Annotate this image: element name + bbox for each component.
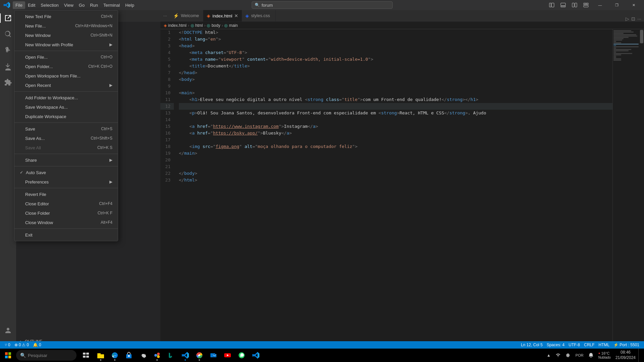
menu-new-text-file[interactable]: New Text File Ctrl+N — [14, 12, 118, 21]
menu-duplicate-workspace[interactable]: Duplicate Workspace — [14, 112, 118, 121]
taskbar-chrome[interactable] — [193, 349, 206, 362]
menu-preferences[interactable]: Preferences ▶ — [14, 177, 118, 187]
code-line-5: <meta name="viewport" content="width=dev… — [179, 56, 612, 63]
taskbar-browser[interactable] — [150, 349, 164, 362]
menu-view[interactable]: View — [61, 1, 76, 9]
taskbar-bing[interactable] — [164, 349, 178, 362]
menu-shortcut: Ctrl+Alt+Windows+N — [75, 23, 112, 28]
tab-close-button[interactable]: ✕ — [234, 13, 238, 18]
tab-overflow-button[interactable]: ··· — [160, 10, 170, 21]
taskbar-store[interactable] — [122, 349, 136, 362]
window-controls: — ❐ ✕ — [547, 0, 641, 10]
date-display: 21/09/2024 — [615, 355, 636, 361]
split-editor-icon[interactable]: ⊡ — [631, 16, 635, 21]
menu-save[interactable]: Save Ctrl+S — [14, 124, 118, 134]
taskbar-show-desktop[interactable] — [638, 349, 640, 362]
taskbar-network-icon[interactable] — [553, 349, 563, 362]
menu-help[interactable]: Help — [122, 1, 137, 9]
menu-save-all[interactable]: Save All Ctrl+K S — [14, 143, 118, 152]
activity-source-control[interactable] — [0, 42, 16, 58]
taskbar-language-indicator[interactable]: POR — [574, 349, 586, 362]
menu-close-editor[interactable]: Close Editor Ctrl+F4 — [14, 199, 118, 208]
task-view-button[interactable] — [79, 349, 93, 362]
more-actions-icon[interactable]: ··· — [637, 16, 641, 21]
code-line-21 — [179, 163, 612, 170]
taskbar-search[interactable]: 🔍 Pesquisar — [16, 350, 77, 361]
taskbar-volume-icon[interactable] — [563, 349, 573, 362]
breadcrumb-html[interactable]: html — [195, 23, 203, 28]
taskbar-clock[interactable]: 08:46 21/09/2024 — [613, 350, 638, 360]
menu-selection[interactable]: Selection — [38, 1, 61, 9]
menu-open-workspace[interactable]: Open Workspace from File... — [14, 71, 118, 81]
svg-rect-5 — [575, 3, 577, 7]
status-line-ending[interactable]: CRLF — [582, 341, 596, 349]
breadcrumb-main[interactable]: main — [229, 23, 238, 28]
menu-close-folder[interactable]: Close Folder Ctrl+K F — [14, 208, 118, 218]
menu-open-folder[interactable]: Open Folder... Ctrl+K Ctrl+O — [14, 62, 118, 71]
menu-save-as[interactable]: Save As... Ctrl+Shift+S — [14, 134, 118, 143]
breadcrumb-body[interactable]: body — [211, 23, 220, 28]
activity-search[interactable] — [0, 26, 16, 42]
close-button[interactable]: ✕ — [626, 0, 641, 10]
menu-save-workspace-as[interactable]: Save Workspace As... — [14, 102, 118, 112]
status-encoding[interactable]: UTF-8 — [566, 341, 582, 349]
taskbar-vscode2[interactable] — [249, 349, 262, 362]
taskbar-whatsapp[interactable] — [235, 349, 248, 362]
activity-run-debug[interactable] — [0, 58, 16, 74]
menu-new-window[interactable]: New Window Ctrl+Shift+N — [14, 31, 118, 40]
menu-add-folder[interactable]: Add Folder to Workspace... — [14, 93, 118, 102]
warning-icon: ⚠ — [22, 343, 26, 347]
menu-run[interactable]: Run — [87, 1, 101, 9]
menu-new-window-profile[interactable]: New Window with Profile ▶ — [14, 40, 118, 49]
vertical-scrollbar[interactable] — [639, 29, 644, 355]
menu-exit[interactable]: Exit — [14, 230, 118, 240]
taskbar-weather[interactable]: ● 16°C Nublado — [596, 349, 613, 362]
menu-new-file[interactable]: New File... Ctrl+Alt+Windows+N — [14, 21, 118, 31]
status-language-mode[interactable]: HTML — [597, 341, 612, 349]
taskbar-notification-center[interactable] — [586, 349, 596, 362]
menu-file[interactable]: File — [13, 1, 25, 9]
restore-button[interactable]: ❐ — [609, 0, 625, 10]
taskbar-outlook[interactable]: o — [207, 349, 220, 362]
menu-revert-file[interactable]: Revert File — [14, 190, 118, 199]
status-notifications[interactable]: 🔔 0 — [31, 341, 43, 349]
start-button[interactable] — [1, 349, 15, 362]
menu-share[interactable]: Share ▶ — [14, 155, 118, 165]
status-live-server[interactable]: ⚡ Port : 5501 — [611, 341, 641, 349]
status-cursor-position[interactable]: Ln 12, Col 5 — [519, 341, 545, 349]
sidebar-toggle[interactable] — [547, 0, 557, 10]
taskbar-file-explorer[interactable] — [94, 349, 107, 362]
menu-open-recent[interactable]: Open Recent ▶ — [14, 81, 118, 90]
taskbar-settings[interactable] — [136, 349, 150, 362]
menu-edit[interactable]: Edit — [25, 1, 38, 9]
activity-extensions[interactable] — [0, 74, 16, 91]
code-content[interactable]: <!DOCTYPE html> <html lang="en"> <head> … — [177, 29, 612, 355]
activity-explorer[interactable] — [0, 10, 16, 26]
status-git-branch[interactable]: ⑂ 0 — [3, 341, 12, 349]
activity-account[interactable] — [0, 322, 16, 339]
code-editor[interactable]: 12345 678910 1112131415 1617181920 21222… — [160, 29, 644, 355]
menu-terminal[interactable]: Terminal — [101, 1, 122, 9]
panel-toggle[interactable] — [558, 0, 568, 10]
taskbar-youtube[interactable] — [221, 349, 234, 362]
menu-auto-save[interactable]: Auto Save — [14, 168, 118, 177]
line-numbers: 12345 678910 1112131415 1617181920 21222… — [160, 29, 177, 355]
taskbar-arrow-up[interactable]: ▲ — [545, 349, 553, 362]
split-editor[interactable] — [569, 0, 580, 10]
menu-go[interactable]: Go — [76, 1, 87, 9]
title-bar-search[interactable]: 🔍 forum — [252, 1, 393, 9]
file-dropdown-menu[interactable]: New Text File Ctrl+N New File... Ctrl+Al… — [14, 10, 118, 241]
tab-welcome[interactable]: ⚡ Welcome — [170, 10, 203, 21]
layout-toggle[interactable] — [581, 0, 591, 10]
minimize-button[interactable]: — — [592, 0, 608, 10]
breadcrumb-file[interactable]: index.html — [168, 23, 187, 28]
status-errors[interactable]: ⊗ 0 ⚠ 0 — [12, 341, 31, 349]
taskbar-edge[interactable] — [108, 349, 121, 362]
taskbar-vscode[interactable] — [179, 349, 192, 362]
menu-close-window[interactable]: Close Window Alt+F4 — [14, 218, 118, 227]
status-indentation[interactable]: Spaces: 4 — [545, 341, 566, 349]
tab-styles-css[interactable]: ◈ styles.css — [242, 10, 276, 21]
menu-open-file[interactable]: Open File... Ctrl+O — [14, 52, 118, 62]
tab-index-html[interactable]: ◈ index.html ✕ — [203, 10, 242, 21]
run-code-icon[interactable]: ▷ — [626, 16, 629, 21]
